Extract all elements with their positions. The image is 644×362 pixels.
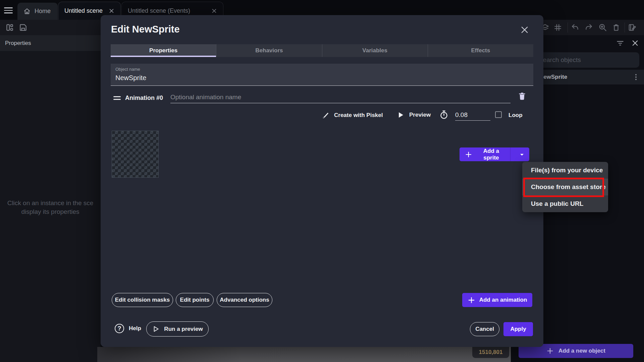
filter-icon[interactable] bbox=[616, 39, 625, 48]
advanced-options-button[interactable]: Advanced options bbox=[217, 293, 272, 307]
edit-points-button[interactable]: Edit points bbox=[176, 293, 214, 307]
properties-panel-title: Properties bbox=[5, 40, 31, 47]
menu-item-use-public-url[interactable]: Use a public URL bbox=[522, 195, 608, 212]
toggle-panels-icon[interactable] bbox=[5, 23, 14, 32]
close-tab-icon[interactable] bbox=[109, 8, 114, 14]
tab-home-label: Home bbox=[35, 8, 51, 15]
tab-label: Effects bbox=[471, 47, 490, 54]
apply-button[interactable]: Apply bbox=[503, 322, 533, 336]
object-name-value: NewSprite bbox=[115, 74, 146, 82]
redo-icon[interactable] bbox=[584, 23, 593, 32]
add-sprite-button[interactable]: Add a sprite bbox=[460, 147, 529, 161]
add-new-object-label: Add a new object bbox=[558, 348, 605, 354]
main-menu-icon[interactable] bbox=[4, 7, 13, 13]
preview-label: Preview bbox=[409, 112, 431, 118]
coordinates-value: 1510,801 bbox=[479, 349, 503, 356]
close-dialog-icon[interactable] bbox=[520, 25, 530, 35]
tab-scene-label: Untitled scene bbox=[64, 7, 103, 14]
tab-label: Properties bbox=[149, 47, 177, 54]
cancel-label: Cancel bbox=[475, 326, 494, 333]
menu-item-choose-from-asset-store[interactable]: Choose from asset store bbox=[522, 179, 608, 195]
apply-label: Apply bbox=[510, 326, 526, 333]
properties-panel: Properties Click on an instance in the s… bbox=[0, 35, 101, 362]
object-item-menu-icon[interactable] bbox=[635, 73, 637, 81]
delete-animation-icon[interactable] bbox=[518, 92, 527, 101]
play-outline-icon bbox=[152, 325, 160, 333]
brush-icon bbox=[321, 111, 330, 120]
create-with-piskel-label: Create with Piskel bbox=[334, 112, 383, 119]
run-preview-label: Run a preview bbox=[164, 326, 203, 333]
dialog-title: Edit NewSprite bbox=[111, 24, 180, 35]
object-name-label: Object name bbox=[115, 67, 140, 72]
edit-collision-masks-button[interactable]: Edit collision masks bbox=[112, 293, 173, 307]
chevron-down-icon[interactable] bbox=[515, 151, 529, 158]
add-animation-label: Add an animation bbox=[479, 297, 527, 303]
animation-label: Animation #0 bbox=[125, 95, 163, 102]
zoom-in-icon[interactable] bbox=[598, 23, 607, 32]
edit-points-label: Edit points bbox=[180, 297, 210, 303]
add-animation-button[interactable]: Add an animation bbox=[462, 293, 532, 307]
close-tab-icon[interactable] bbox=[211, 8, 217, 14]
tab-variables[interactable]: Variables bbox=[322, 44, 428, 57]
edit-object-dialog: Edit NewSprite Properties Behaviors Vari… bbox=[101, 15, 543, 347]
timer-icon bbox=[439, 110, 449, 120]
save-icon[interactable] bbox=[19, 23, 28, 32]
scene-canvas[interactable] bbox=[97, 347, 511, 362]
tab-properties[interactable]: Properties bbox=[111, 44, 216, 57]
toolbar-divider bbox=[625, 22, 625, 33]
animation-name-input[interactable] bbox=[170, 91, 511, 103]
properties-panel-header: Properties bbox=[0, 35, 101, 51]
cancel-button[interactable]: Cancel bbox=[470, 322, 499, 336]
preview-button[interactable]: Preview bbox=[396, 111, 431, 119]
button-divider bbox=[510, 147, 511, 161]
tab-home[interactable]: Home bbox=[17, 3, 58, 20]
run-preview-button[interactable]: Run a preview bbox=[146, 321, 209, 337]
plus-icon bbox=[468, 296, 475, 304]
toolbar-divider bbox=[568, 22, 568, 33]
tab-events-label: Untitled scene (Events) bbox=[128, 7, 190, 14]
tab-label: Behaviors bbox=[255, 47, 283, 54]
loop-label: Loop bbox=[508, 112, 523, 119]
play-icon bbox=[396, 111, 405, 119]
events-sheet-icon[interactable] bbox=[628, 23, 637, 32]
grid-icon[interactable] bbox=[553, 23, 562, 32]
object-name-field[interactable]: Object name NewSprite bbox=[111, 64, 533, 86]
tab-behaviors[interactable]: Behaviors bbox=[216, 44, 322, 57]
create-with-piskel-button[interactable]: Create with Piskel bbox=[321, 111, 383, 120]
trash-icon[interactable] bbox=[612, 23, 621, 32]
empty-state-line2: display its properties bbox=[0, 207, 101, 216]
menu-item-label: Use a public URL bbox=[531, 200, 583, 207]
menu-item-label: File(s) from your device bbox=[531, 167, 603, 174]
loop-checkbox[interactable] bbox=[495, 111, 502, 118]
home-icon bbox=[23, 8, 31, 15]
help-label: Help bbox=[129, 325, 141, 332]
dialog-tab-bar: Properties Behaviors Variables Effects bbox=[111, 44, 533, 57]
undo-icon[interactable] bbox=[571, 23, 580, 32]
menu-item-label: Choose from asset store bbox=[531, 183, 606, 191]
close-panel-icon[interactable] bbox=[631, 39, 639, 47]
help-icon: ? bbox=[115, 324, 124, 333]
advanced-options-label: Advanced options bbox=[220, 297, 269, 303]
frame-time-input[interactable] bbox=[455, 109, 490, 121]
tab-effects[interactable]: Effects bbox=[428, 44, 533, 57]
menu-item-files-from-device[interactable]: File(s) from your device bbox=[522, 162, 608, 179]
sprite-thumbnail-empty[interactable] bbox=[112, 131, 159, 178]
app-window: Home Untitled scene Untitled scene (Even… bbox=[0, 0, 644, 362]
add-sprite-dropdown-menu: File(s) from your device Choose from ass… bbox=[522, 162, 608, 212]
drag-handle-icon[interactable] bbox=[113, 96, 121, 100]
empty-state-line1: Click on an instance in the sce bbox=[0, 199, 101, 207]
edit-collision-masks-label: Edit collision masks bbox=[115, 297, 170, 303]
help-button[interactable]: ? Help bbox=[115, 324, 141, 333]
add-sprite-label: Add a sprite bbox=[476, 148, 506, 161]
plus-icon bbox=[465, 150, 472, 159]
plus-icon bbox=[546, 347, 554, 355]
properties-empty-state: Click on an instance in the sce display … bbox=[0, 199, 101, 216]
tab-label: Variables bbox=[362, 47, 387, 54]
